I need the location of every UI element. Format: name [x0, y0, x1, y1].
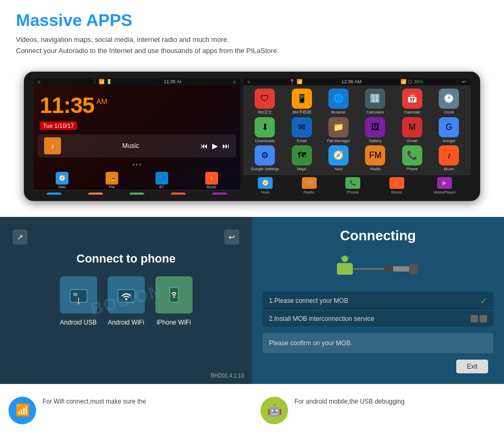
screen-right: ⌂ 📍 📶 12:36 AM 📶 ⬡ 36% [244, 78, 471, 195]
confirm-text: Please confirm on your MOB. [269, 339, 352, 347]
app-item-phone[interactable]: 📞Phone [395, 145, 429, 171]
nav-navi-right[interactable]: 🧭 Navi [258, 177, 273, 195]
app-icon-2: 🌐 [328, 89, 349, 109]
music-widget[interactable]: ♪ Music ⏮ ▶ ⏭ [38, 134, 236, 158]
step-2-text: 2.Install MOB interconnection service [269, 315, 374, 322]
mini-radio-icon: 📻 [106, 172, 118, 185]
nav-videoplayer-right[interactable]: ▶ VideoPlayer [433, 177, 456, 195]
prev-icon[interactable]: ⏮ [201, 142, 208, 150]
cable-illustration [336, 252, 421, 284]
app-label-10: Gmail [407, 138, 418, 143]
svg-rect-13 [385, 265, 393, 273]
dots-indicator: • • • [33, 160, 240, 170]
app-item-file-manager[interactable]: 📁File Manager [321, 117, 355, 143]
svg-rect-8 [337, 263, 353, 275]
app-label-12: Google Settings [251, 167, 279, 171]
home-icon-right-screen: ⌂ [248, 79, 250, 84]
app-item-radio[interactable]: FMRadio [358, 145, 393, 171]
svg-point-3 [77, 302, 80, 304]
app-icon-1: 📱 [292, 89, 312, 109]
app-item-calendar[interactable]: 📅Calendar [395, 89, 429, 115]
next-icon[interactable]: ⏭ [222, 142, 230, 150]
phone-icon-right: 📞 [345, 177, 360, 189]
app-item-360手机助[interactable]: 📱360手机助 [284, 89, 319, 115]
clock-time: 11:35 [40, 93, 94, 118]
mini-music-icon: ♪ [205, 172, 218, 185]
mini-app-navi[interactable]: 🧭 Navi [38, 172, 86, 189]
app-item-maps[interactable]: 🗺Maps [284, 145, 319, 171]
nav-phone-right[interactable]: 📞 Phone [345, 177, 360, 195]
bottom-section: 📶 For Wifi connect,must make sure the 🤖 … [0, 389, 504, 432]
date-badge: Tue 1/10/17 [40, 121, 77, 130]
android-wifi-icon [108, 276, 145, 313]
device-mockup: ⌂ ⋮ 📶 🔋 11:35 AI ⌂ 11:35 AM [0, 72, 504, 201]
bottom-left: 📶 For Wifi connect,must make sure the [0, 389, 252, 432]
exit-button[interactable]: Exit [456, 360, 488, 373]
car-stereo-device: ⌂ ⋮ 📶 🔋 11:35 AI ⌂ 11:35 AM [24, 72, 480, 201]
svg-point-5 [125, 298, 127, 300]
mini-bt-icon: 🔵 [155, 172, 168, 185]
bottom-right: 🤖 For android mobile,the USB debugging [252, 389, 504, 432]
back-btn[interactable]: ↩ [224, 230, 239, 244]
bottom-left-text: For Wifi connect,must make sure the [42, 397, 146, 407]
nav-phone-left[interactable]: 📞 Phone [129, 193, 144, 195]
iphone-wifi-option[interactable]: iPhone WiFi [155, 276, 193, 326]
connect-title: Connect to phone [11, 252, 241, 266]
android-avatar: 🤖 [260, 397, 288, 424]
app-item-360卫士[interactable]: 🛡360卫士 [248, 89, 282, 115]
app-item-music[interactable]: ♪Music [432, 145, 466, 171]
app-item-downloads[interactable]: ⬇Downloads [248, 117, 282, 143]
android-wifi-option[interactable]: Android WiFi [108, 276, 145, 326]
app-icon-17: ♪ [439, 145, 459, 165]
app-label-6: Downloads [255, 138, 275, 143]
app-label-13: Maps [297, 167, 306, 171]
app-item-gmail[interactable]: MGmail [395, 117, 429, 143]
step-1-row: 1.Please connect your MOB ✓ [263, 292, 493, 311]
mini-app-bt[interactable]: 🔵 BT [137, 172, 186, 189]
app-item-navi[interactable]: 🧭Navi [321, 145, 355, 171]
app-item-browser[interactable]: 🌐Browser [321, 89, 355, 115]
app-item-gallery[interactable]: 🖼Gallery [358, 117, 393, 143]
app-icon-13: 🗺 [292, 145, 312, 165]
mini-app-fm[interactable]: 📻 FM [88, 172, 136, 189]
music-app-icon: ♪ [44, 137, 61, 154]
android-usb-option[interactable]: Android USB [60, 276, 97, 326]
app-item-email[interactable]: ✉Email [284, 117, 319, 143]
step-2-indicator [471, 315, 487, 322]
nav-video-left[interactable]: ▶ Video [212, 193, 227, 195]
connecting-steps: 1.Please connect your MOB ✓ 2.Install MO… [263, 292, 493, 327]
app-icon-12: ⚙ [255, 145, 275, 165]
cable-svg [336, 252, 421, 284]
app-item-calculator[interactable]: 🔢Calculator [358, 89, 393, 115]
app-label-2: Browser [331, 110, 346, 115]
bluetooth-icon: ⬡ [408, 79, 412, 84]
top-section: Massive APPS Videos, navigation maps, so… [0, 0, 504, 72]
square-1 [471, 315, 478, 322]
app-label-14: Navi [335, 167, 343, 171]
mini-app-music2[interactable]: ♪ Music [187, 172, 236, 189]
app-icon-3: 🔢 [365, 89, 385, 109]
description: Videos, navigation maps, social media, i… [16, 34, 488, 57]
app-item-google[interactable]: GGoogle [432, 117, 466, 143]
page-title: Massive APPS [16, 11, 488, 30]
app-item-google-settings[interactable]: ⚙Google Settings [248, 145, 282, 171]
play-icon[interactable]: ▶ [212, 142, 218, 150]
app-icon-10: M [402, 117, 422, 137]
middle-section: ↗ ↩ Connect to phone Android USB [0, 217, 504, 384]
music-icon-right: ♪ [389, 177, 404, 189]
nav-radio-left[interactable]: FM Radio [88, 193, 103, 195]
screen-left: ⌂ ⋮ 📶 🔋 11:35 AI ⌂ 11:35 AM [33, 78, 240, 195]
svg-point-11 [347, 257, 349, 259]
app-label-16: Phone [406, 167, 418, 171]
status-bar-left: ⌂ ⋮ 📶 🔋 11:35 AI ⌂ [33, 78, 240, 85]
app-item-clock[interactable]: 🕐Clock [432, 89, 466, 115]
nav-navi-left[interactable]: 🧭 Navi [47, 193, 62, 195]
phone-icon: 📞 [129, 193, 144, 195]
android-wifi-label: Android WiFi [108, 319, 144, 326]
share-icon[interactable]: ↗ [13, 230, 28, 244]
status-bar-right: ⌂ 📍 📶 12:36 AM 📶 ⬡ 36% [244, 78, 471, 85]
step-1-check: ✓ [480, 296, 487, 306]
nav-music-left[interactable]: ♪ Music [171, 193, 186, 195]
nav-music-right[interactable]: ♪ Music [389, 177, 404, 195]
nav-radio-right[interactable]: FM Radio [302, 177, 317, 195]
